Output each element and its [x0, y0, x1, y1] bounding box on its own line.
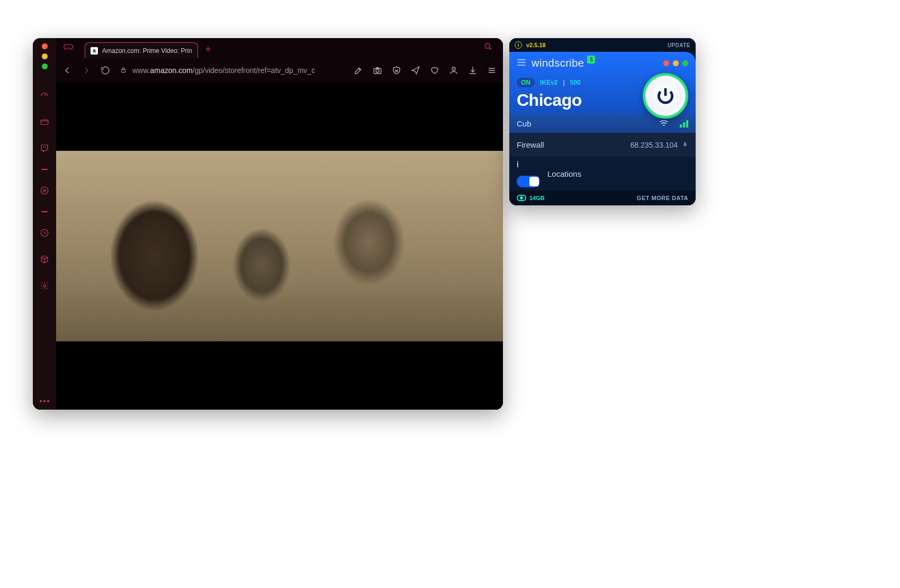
cube-icon[interactable] [39, 254, 50, 265]
firewall-row: Firewall 68.235.33.104 [509, 133, 696, 157]
download-icon[interactable] [468, 66, 478, 75]
window-maximize-button[interactable] [42, 64, 48, 69]
tab-title: Amazon.com: Prime Video: Prin [102, 47, 192, 55]
power-button[interactable] [643, 73, 688, 119]
window-controls [663, 60, 688, 66]
sublocation-label: Cub [517, 119, 532, 128]
firewall-toggle[interactable] [517, 176, 540, 187]
tab-strip: a Amazon.com: Prime Video: Prin + [56, 38, 503, 58]
gamepad-icon[interactable] [64, 43, 73, 53]
status-on: ON [517, 78, 535, 87]
svg-rect-0 [41, 120, 48, 124]
info-icon[interactable]: i [517, 160, 519, 169]
wallet-icon[interactable] [39, 116, 50, 128]
url-text: www.amazon.com/gp/video/storefront/ref=a… [132, 66, 315, 75]
gear-icon[interactable] [39, 280, 50, 292]
browser-window: a Amazon.com: Prime Video: Prin + www.am… [33, 38, 503, 410]
shield-icon[interactable] [392, 66, 401, 75]
forward-button[interactable] [82, 66, 91, 75]
clock-icon[interactable] [39, 227, 50, 239]
svg-point-1 [41, 187, 48, 194]
svg-point-8 [452, 67, 455, 70]
data-icon [517, 195, 526, 201]
window-close-button[interactable] [42, 43, 48, 49]
svg-point-3 [43, 285, 46, 287]
heart-icon[interactable] [430, 66, 439, 75]
browser-tab[interactable]: a Amazon.com: Prime Video: Prin [85, 42, 198, 58]
window-minimize-button[interactable] [673, 60, 679, 66]
browser-toolbar: www.amazon.com/gp/video/storefront/ref=a… [56, 58, 503, 83]
window-maximize-button[interactable] [682, 60, 688, 66]
port-label: 500 [570, 79, 581, 86]
update-button[interactable]: UPDATE [668, 42, 690, 48]
browser-main: a Amazon.com: Prime Video: Prin + www.am… [56, 38, 503, 410]
play-circle-icon[interactable] [39, 185, 50, 196]
sidebar-separator [41, 211, 48, 212]
ip-address: 68.235.33.104 [630, 141, 678, 149]
data-remaining: 14GB [517, 195, 545, 201]
protocol-label: IKEv2 [540, 79, 557, 86]
svg-point-4 [485, 43, 490, 48]
lock-icon [120, 66, 127, 75]
video-frame [56, 151, 503, 341]
svg-rect-9 [684, 144, 687, 146]
reload-button[interactable] [101, 66, 110, 75]
send-icon[interactable] [411, 66, 420, 75]
search-icon[interactable] [484, 42, 492, 53]
more-icon[interactable] [40, 400, 49, 402]
tab-favicon: a [91, 47, 98, 55]
vpn-header: windscribe 5 ON IKEv2 | 500 Chicago [509, 52, 696, 114]
browser-sidebar [33, 38, 56, 410]
separator: | [563, 79, 564, 86]
signal-icon [680, 120, 688, 128]
toolbar-actions [354, 66, 497, 75]
video-player[interactable] [56, 83, 503, 410]
svg-rect-5 [122, 69, 125, 72]
svg-point-7 [376, 69, 379, 73]
menu-icon[interactable] [517, 59, 526, 68]
menu-icon[interactable] [487, 66, 497, 75]
firewall-label: Firewall [517, 140, 544, 149]
notification-badge[interactable]: 5 [587, 56, 595, 64]
speed-icon[interactable] [39, 89, 50, 101]
get-more-data-button[interactable]: GET MORE DATA [637, 195, 688, 201]
vpn-window: i v2.5.18 UPDATE windscribe 5 ON IKEv2 |… [509, 38, 696, 205]
vpn-topbar: i v2.5.18 UPDATE [509, 38, 696, 52]
window-close-button[interactable] [663, 60, 669, 66]
version-label: v2.5.18 [526, 42, 546, 48]
firewall-locations-row: i Locations [509, 157, 696, 191]
info-icon[interactable]: i [515, 41, 522, 49]
locations-label: Locations [547, 169, 581, 178]
brand-logo: windscribe [532, 57, 584, 69]
address-bar[interactable]: www.amazon.com/gp/video/storefront/ref=a… [120, 66, 344, 75]
edit-icon[interactable] [354, 66, 363, 75]
twitch-icon[interactable] [39, 142, 50, 154]
sidebar-separator [41, 169, 48, 170]
new-tab-button[interactable]: + [205, 44, 211, 55]
window-controls [42, 43, 48, 69]
wifi-icon [659, 119, 669, 129]
lock-icon [678, 140, 688, 149]
back-button[interactable] [62, 66, 72, 75]
camera-icon[interactable] [373, 66, 382, 75]
profile-icon[interactable] [449, 66, 458, 75]
vpn-footer: 14GB GET MORE DATA [509, 191, 696, 205]
window-minimize-button[interactable] [42, 53, 48, 59]
